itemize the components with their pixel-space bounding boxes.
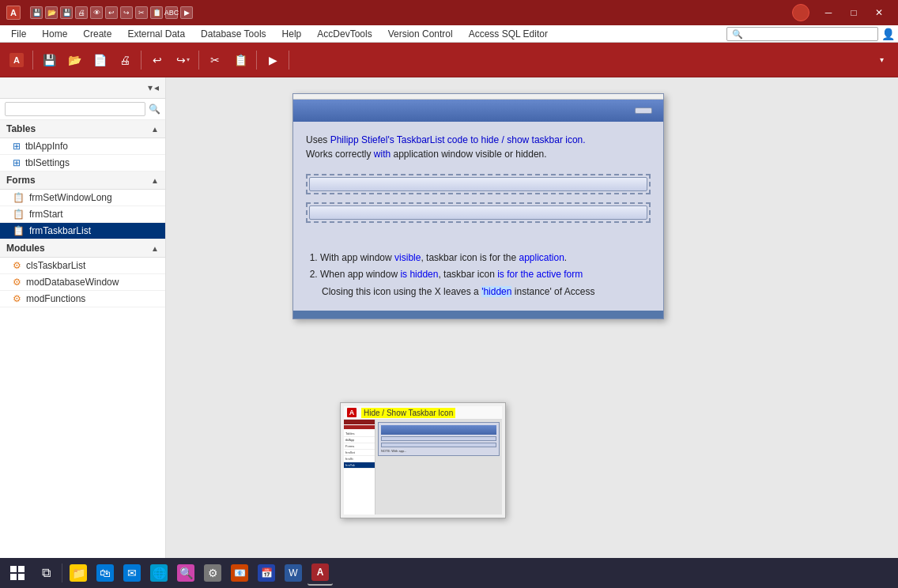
start-button[interactable] bbox=[3, 559, 32, 587]
taskbar-icon-edge[interactable]: 🌐 bbox=[146, 560, 172, 586]
preview-main: NOTE: With app... bbox=[375, 420, 502, 514]
preview-content: Tables tblApp Forms frmSet frmSt frmTsk … bbox=[344, 420, 502, 514]
toolbar-print[interactable]: 🖨 bbox=[113, 48, 137, 72]
app-icon[interactable]: A bbox=[6, 6, 21, 20]
toolbar-undo[interactable]: ↩ bbox=[145, 48, 169, 72]
sidebar-item-modDatabaseWindow[interactable]: ⚙ modDatabaseWindow bbox=[0, 274, 165, 291]
sidebar-item-tblAppInfo[interactable]: ⊞ tblAppInfo bbox=[0, 138, 165, 155]
form-icon-2: 📋 bbox=[13, 209, 25, 220]
tab-database-tools[interactable]: Database Tools bbox=[193, 25, 274, 42]
table-icon-1: ⊞ bbox=[13, 141, 21, 152]
module-icon-1: ⚙ bbox=[13, 260, 21, 271]
taskbar-icon-files[interactable]: 📁 bbox=[66, 560, 91, 586]
taskbar-icon-calendar[interactable]: 📅 bbox=[254, 560, 279, 586]
undo-icon[interactable]: ↩ bbox=[105, 6, 118, 19]
minimize-button[interactable]: ─ bbox=[816, 0, 841, 25]
sidebar-item-label-modFunctions: modFunctions bbox=[26, 293, 85, 304]
toolbar-customize[interactable]: ▾ bbox=[870, 48, 893, 72]
tab-external-data[interactable]: External Data bbox=[119, 25, 193, 42]
toolbar-separator-1 bbox=[32, 51, 33, 70]
ribbon-search-input[interactable] bbox=[746, 29, 873, 39]
toolbar-redo-dropdown[interactable]: ↪▾ bbox=[171, 48, 194, 72]
files-icon: 📁 bbox=[70, 564, 87, 582]
preview-dialog-mini: NOTE: With app... bbox=[378, 422, 500, 456]
toolbar-open[interactable]: 📂 bbox=[62, 48, 86, 72]
user-avatar[interactable] bbox=[792, 4, 809, 21]
sidebar-item-clsTaskbarList[interactable]: ⚙ clsTaskbarList bbox=[0, 258, 165, 274]
tab-help[interactable]: Help bbox=[274, 25, 310, 42]
sidebar-item-frmStart[interactable]: 📋 frmStart bbox=[0, 206, 165, 223]
taskbar-icon-access[interactable]: A bbox=[308, 560, 333, 586]
toolbar-copy[interactable]: 📋 bbox=[228, 48, 252, 72]
toolbar-save[interactable]: 💾 bbox=[37, 48, 61, 72]
outlook-icon: 📧 bbox=[231, 564, 248, 582]
run-icon[interactable]: ▶ bbox=[180, 6, 193, 19]
preview-sidebar-item-1: Tables bbox=[344, 431, 375, 437]
preview-note-mini: NOTE: With app... bbox=[381, 449, 496, 453]
tab-access-sql-editor[interactable]: Access SQL Editor bbox=[461, 25, 556, 42]
taskbar-icon-mail[interactable]: ✉ bbox=[119, 560, 145, 586]
dialog-close-button[interactable] bbox=[635, 107, 652, 114]
content-area: Uses Philipp Stiefel's TaskbarList code … bbox=[166, 77, 898, 558]
sidebar-expand-icon[interactable]: ▾ bbox=[148, 82, 153, 93]
taskbar-icon-word[interactable]: W bbox=[281, 560, 306, 586]
module-icon-2: ⚙ bbox=[13, 277, 21, 288]
hide-window-button[interactable] bbox=[309, 205, 647, 220]
tab-file[interactable]: File bbox=[3, 25, 34, 42]
close-button[interactable]: ✕ bbox=[866, 0, 892, 25]
taskbar-icon-store[interactable]: 🛍 bbox=[92, 560, 118, 586]
toolbar-new[interactable]: 📄 bbox=[88, 48, 111, 72]
taskbar-task-view[interactable]: ⧉ bbox=[33, 560, 58, 586]
toolbar-cut[interactable]: ✂ bbox=[203, 48, 227, 72]
sidebar-item-tblSettings[interactable]: ⊞ tblSettings bbox=[0, 155, 165, 172]
copy-icon[interactable]: 📋 bbox=[150, 6, 163, 19]
section-forms[interactable]: Forms ▲ bbox=[0, 172, 165, 190]
save2-icon[interactable]: 💾 bbox=[60, 6, 73, 19]
sidebar-item-frmSetWindowLong[interactable]: 📋 frmSetWindowLong bbox=[0, 190, 165, 206]
toolbar-separator-4 bbox=[256, 51, 257, 70]
dialog-buttons bbox=[306, 174, 651, 223]
section-tables[interactable]: Tables ▲ bbox=[0, 120, 165, 138]
windows-logo bbox=[10, 566, 25, 580]
hide-window-wrapper bbox=[306, 202, 651, 223]
section-modules[interactable]: Modules ▲ bbox=[0, 239, 165, 258]
toolbar-run[interactable]: ▶ bbox=[261, 48, 285, 72]
preview-btn-1 bbox=[381, 436, 496, 441]
preview-dialog-header-mini bbox=[381, 425, 496, 435]
cut-icon[interactable]: ✂ bbox=[135, 6, 148, 19]
print-icon[interactable]: 🖨 bbox=[75, 6, 88, 19]
dialog-titlebar bbox=[293, 94, 663, 100]
sidebar-item-modFunctions[interactable]: ⚙ modFunctions bbox=[0, 291, 165, 307]
sidebar-item-frmTaskbarList[interactable]: 📋 frmTaskbarList bbox=[0, 223, 165, 239]
tab-accdevtools[interactable]: AccDevTools bbox=[309, 25, 379, 42]
help-icon[interactable]: 👤 bbox=[881, 25, 895, 42]
redo-icon[interactable]: ↪ bbox=[120, 6, 133, 19]
preview-sidebar-item-2: tblApp bbox=[344, 437, 375, 443]
open-icon[interactable]: 📂 bbox=[45, 6, 58, 19]
toolbar-icon1[interactable]: A bbox=[5, 48, 28, 72]
tab-version-control[interactable]: Version Control bbox=[380, 25, 461, 42]
note-highlight-3: is hidden bbox=[400, 269, 438, 280]
section-forms-arrow: ▲ bbox=[151, 176, 159, 185]
desc-highlight-2: with bbox=[374, 149, 391, 160]
spell-icon[interactable]: ABC bbox=[165, 6, 178, 19]
tab-home[interactable]: Home bbox=[34, 25, 75, 42]
store-icon: 🛍 bbox=[96, 564, 114, 582]
sidebar-search-icon[interactable]: 🔍 bbox=[149, 104, 160, 115]
user-info bbox=[787, 4, 809, 21]
search-icon: 🔍 bbox=[732, 29, 743, 40]
sidebar-search-input[interactable] bbox=[5, 102, 145, 116]
maximize-button[interactable]: □ bbox=[841, 0, 866, 25]
logo-cell-2 bbox=[18, 566, 25, 572]
preview-sidebar-item-3: Forms bbox=[344, 443, 375, 450]
hide-taskbar-button[interactable] bbox=[309, 177, 647, 191]
preview-icon[interactable]: 👁 bbox=[90, 6, 103, 19]
title-bar-left: A 💾 📂 💾 🖨 👁 ↩ ↪ ✂ 📋 ABC ▶ bbox=[6, 6, 193, 20]
taskbar-icon-outlook[interactable]: 📧 bbox=[227, 560, 252, 586]
sidebar-collapse-icon[interactable]: ◂ bbox=[154, 82, 159, 93]
taskbar-icon-settings[interactable]: ⚙ bbox=[200, 560, 225, 586]
save-icon[interactable]: 💾 bbox=[30, 6, 43, 19]
desc-highlight-1: Philipp Stiefel's TaskbarList code to hi… bbox=[330, 134, 586, 145]
tab-create[interactable]: Create bbox=[75, 25, 119, 42]
taskbar-icon-search[interactable]: 🔍 bbox=[173, 560, 198, 586]
